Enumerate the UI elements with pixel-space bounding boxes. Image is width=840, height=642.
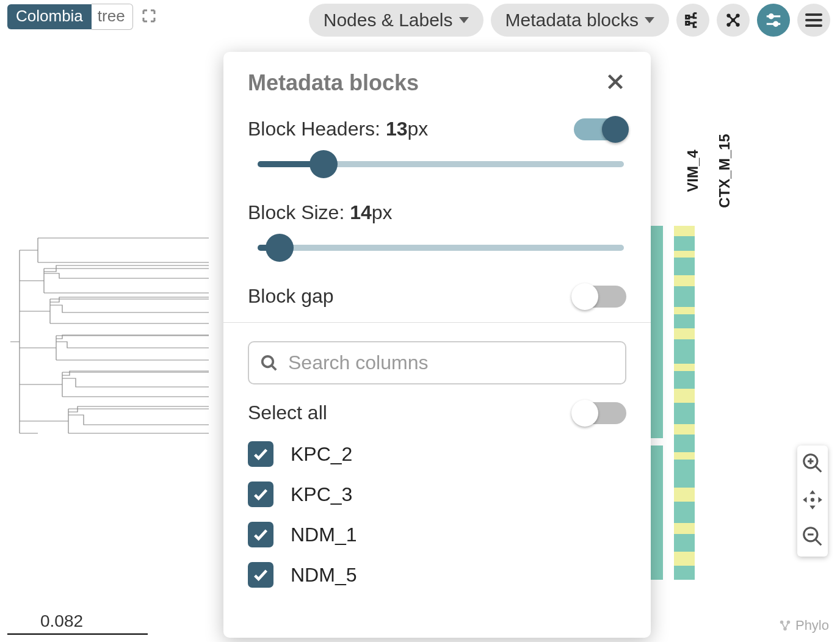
svg-line-16 (272, 365, 277, 370)
pan-button[interactable] (801, 488, 824, 514)
column-label: NDM_1 (291, 524, 357, 546)
search-columns-input[interactable] (287, 351, 614, 375)
block-gap-toggle[interactable] (574, 286, 626, 308)
close-button[interactable] (604, 71, 626, 95)
block-size-slider[interactable] (258, 234, 624, 261)
column-item[interactable]: NDM_1 (248, 522, 626, 547)
svg-marker-23 (803, 497, 806, 503)
block-gap-label: Block gap (248, 285, 334, 308)
column-label: KPC_3 (291, 483, 352, 506)
svg-point-15 (262, 356, 273, 367)
svg-line-18 (816, 466, 822, 472)
svg-line-5 (729, 16, 734, 21)
checkbox-checked[interactable] (248, 562, 273, 588)
search-icon (260, 354, 278, 372)
divider (223, 322, 651, 323)
hamburger-icon (805, 13, 822, 27)
phylo-tree[interactable] (7, 226, 221, 458)
zoom-controls (797, 445, 828, 557)
settings-sliders-button[interactable] (757, 4, 790, 37)
chevron-down-icon (645, 17, 654, 23)
select-all-label: Select all (248, 402, 327, 424)
block-size-label: Block Size: 14px (248, 201, 393, 224)
logo-icon (778, 619, 792, 632)
svg-line-7 (729, 20, 734, 25)
heatmap-column: CTX_M_15 (674, 122, 695, 580)
svg-line-8 (733, 20, 738, 25)
menu-button[interactable] (797, 4, 830, 37)
tree-layout-button[interactable] (676, 4, 709, 37)
metadata-blocks-dropdown[interactable]: Metadata blocks (491, 4, 669, 37)
svg-marker-21 (809, 490, 816, 494)
zoom-out-button[interactable] (801, 525, 824, 550)
fullscreen-icon[interactable] (142, 9, 156, 26)
panel-title: Metadata blocks (248, 70, 419, 96)
heatmap-strip[interactable] (674, 226, 695, 580)
nodes-labels-label: Nodes & Labels (324, 10, 453, 31)
metadata-blocks-panel: Metadata blocks Block Headers: 13px Bloc… (223, 52, 651, 638)
select-all-toggle[interactable] (574, 402, 626, 424)
column-label: NDM_5 (291, 564, 357, 586)
svg-line-32 (781, 622, 785, 629)
column-label: KPC_2 (291, 443, 352, 466)
column-item[interactable]: KPC_2 (248, 441, 626, 467)
column-item[interactable]: NDM_5 (248, 562, 626, 588)
chevron-down-icon (459, 17, 469, 23)
scale-label: 0.082 (40, 611, 83, 631)
watermark: Phylo (778, 618, 829, 633)
checkbox-checked[interactable] (248, 482, 273, 507)
svg-line-6 (733, 16, 738, 21)
block-headers-label: Block Headers: 13px (248, 118, 428, 140)
svg-marker-24 (819, 497, 822, 503)
column-item[interactable]: KPC_3 (248, 482, 626, 507)
search-columns-box[interactable] (248, 341, 626, 384)
svg-marker-22 (809, 506, 816, 510)
breadcrumb-project[interactable]: Colombia (7, 4, 92, 29)
zoom-in-button[interactable] (801, 452, 824, 477)
columns-list: KPC_2 KPC_3 NDM_1 NDM_5 (248, 441, 626, 588)
checkbox-checked[interactable] (248, 522, 273, 547)
block-headers-slider[interactable] (258, 150, 624, 177)
svg-line-27 (816, 539, 822, 546)
breadcrumb: Colombia tree (7, 4, 156, 30)
scale-line (7, 633, 148, 635)
svg-point-25 (811, 498, 814, 502)
nodes-labels-dropdown[interactable]: Nodes & Labels (309, 4, 483, 37)
svg-point-10 (769, 15, 773, 18)
block-headers-toggle[interactable] (574, 118, 626, 140)
network-button[interactable] (717, 4, 750, 37)
breadcrumb-view[interactable]: tree (92, 4, 133, 30)
svg-line-33 (785, 622, 789, 629)
metadata-blocks-label: Metadata blocks (505, 10, 639, 31)
checkbox-checked[interactable] (248, 441, 273, 467)
svg-point-12 (774, 22, 778, 26)
toolbar: Nodes & Labels Metadata blocks (309, 4, 830, 37)
